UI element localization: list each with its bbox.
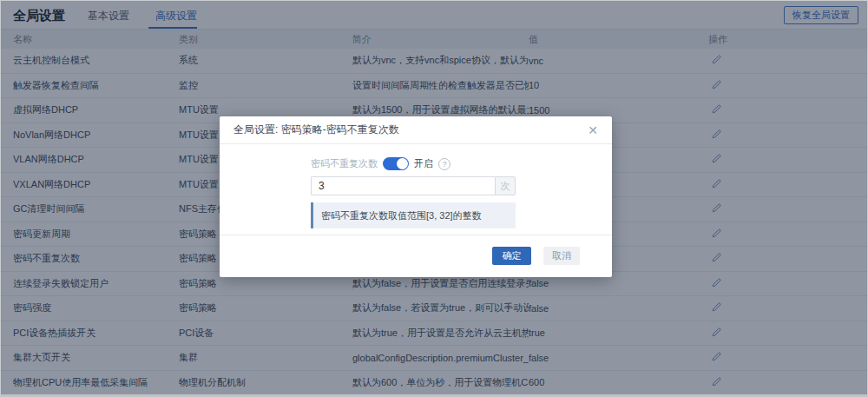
toggle-state-label: 开启 (414, 157, 433, 170)
global-settings-page: 全局设置 基本设置 高级设置 恢复全局设置 名称 类别 简介 值 操作 云主机控… (0, 0, 868, 397)
repeat-count-input[interactable] (311, 176, 495, 195)
ok-button[interactable]: 确定 (492, 247, 531, 265)
input-group: 次 (311, 176, 516, 195)
help-icon[interactable]: ? (438, 158, 450, 170)
hint-box: 密码不重复次数取值范围[3, 32]的整数 (311, 202, 516, 228)
close-icon[interactable]: ✕ (588, 124, 598, 136)
modal-header: 全局设置: 密码策略-密码不重复次数 ✕ (220, 116, 612, 144)
modal-title: 全局设置: 密码策略-密码不重复次数 (233, 122, 588, 137)
toggle-switch-on[interactable] (383, 157, 409, 170)
cancel-button[interactable]: 取消 (543, 247, 580, 265)
toggle-knob (397, 158, 408, 169)
modal-footer: 确定 取消 (220, 235, 612, 276)
input-unit-label: 次 (495, 176, 516, 195)
field-label: 密码不重复次数 (311, 157, 378, 170)
modal-body: 密码不重复次数 开启 ? 次 密码不重复次数取值范围[3, 32]的整数 (220, 144, 612, 235)
toggle-row: 密码不重复次数 开启 ? (311, 157, 450, 170)
password-policy-modal: 全局设置: 密码策略-密码不重复次数 ✕ 密码不重复次数 开启 ? 次 密码不重… (220, 116, 612, 277)
